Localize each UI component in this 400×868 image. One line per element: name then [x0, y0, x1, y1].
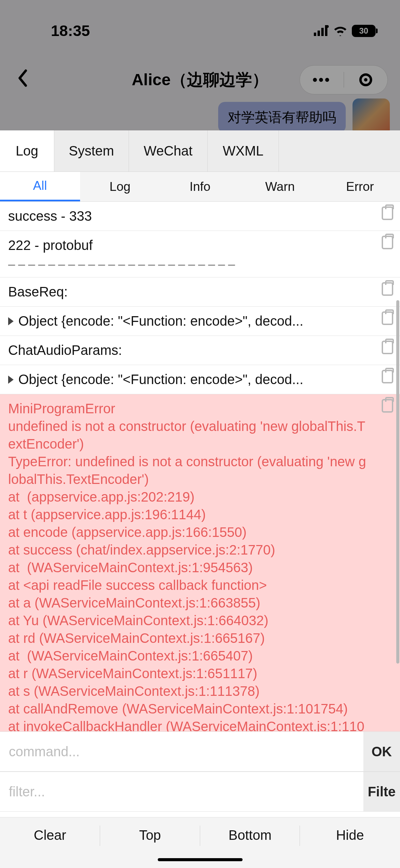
- tab-system[interactable]: System: [54, 130, 129, 171]
- copy-icon[interactable]: [382, 399, 393, 413]
- log-row[interactable]: success - 333: [0, 202, 400, 231]
- svg-point-4: [326, 25, 329, 28]
- svg-rect-2: [321, 28, 324, 36]
- vconsole-panel: LogSystemWeChatWXML AllLogInfoWarnError …: [0, 130, 400, 868]
- vconsole-tabs: LogSystemWeChatWXML: [0, 130, 400, 172]
- toolbar-hide-button[interactable]: Hide: [300, 817, 400, 868]
- expand-arrow-icon[interactable]: [8, 317, 14, 325]
- battery-icon: 30: [352, 25, 376, 37]
- scrollbar[interactable]: [396, 300, 399, 664]
- command-row: OK: [0, 731, 400, 772]
- status-time: 18:35: [51, 22, 90, 40]
- filter-input[interactable]: [0, 772, 363, 811]
- log-row[interactable]: Object {encode: "<Function: encode>", de…: [0, 307, 400, 336]
- subtab-log[interactable]: Log: [80, 172, 160, 201]
- log-row[interactable]: ChatAudioParams:: [0, 336, 400, 365]
- copy-icon[interactable]: [382, 282, 393, 296]
- log-row[interactable]: 222 - protobuf———————————————————————: [0, 231, 400, 277]
- expand-arrow-icon[interactable]: [8, 376, 14, 384]
- toolbar-clear-button[interactable]: Clear: [0, 817, 100, 868]
- chat-bubble: 对学英语有帮助吗: [218, 102, 346, 133]
- filter-row: Filte: [0, 772, 400, 812]
- tab-wxml[interactable]: WXML: [208, 130, 279, 171]
- capsule-close-button[interactable]: [344, 73, 388, 86]
- svg-rect-1: [318, 31, 320, 36]
- vconsole-subtabs: AllLogInfoWarnError: [0, 172, 400, 202]
- filter-button[interactable]: Filte: [363, 772, 400, 811]
- log-row[interactable]: MiniProgramError undefined is not a cons…: [0, 394, 400, 731]
- back-button[interactable]: [17, 68, 28, 92]
- nav-bar: Alice（边聊边学） •••: [0, 61, 400, 98]
- target-icon: [359, 73, 372, 86]
- copy-icon[interactable]: [382, 236, 393, 249]
- home-indicator: [158, 858, 243, 861]
- status-bar: 18:35 30: [0, 16, 400, 46]
- log-row[interactable]: Object {encode: "<Function: encode>", de…: [0, 365, 400, 394]
- capsule-menu-button[interactable]: •••: [300, 72, 344, 88]
- miniprogram-capsule: •••: [300, 65, 388, 94]
- subtab-warn[interactable]: Warn: [240, 172, 320, 201]
- log-list[interactable]: success - 333222 - protobuf—————————————…: [0, 202, 400, 731]
- copy-icon[interactable]: [382, 311, 393, 325]
- tab-log[interactable]: Log: [0, 130, 54, 171]
- copy-icon[interactable]: [382, 341, 393, 354]
- command-input[interactable]: [0, 732, 363, 771]
- svg-rect-0: [314, 33, 316, 36]
- cellular-icon: [314, 22, 329, 40]
- subtab-info[interactable]: Info: [160, 172, 240, 201]
- tab-wechat[interactable]: WeChat: [129, 130, 208, 171]
- tab-blank[interactable]: [279, 130, 400, 171]
- log-row[interactable]: BaseReq:: [0, 277, 400, 307]
- subtab-all[interactable]: All: [0, 172, 80, 201]
- copy-icon[interactable]: [382, 206, 393, 220]
- subtab-error[interactable]: Error: [320, 172, 400, 201]
- copy-icon[interactable]: [382, 370, 393, 383]
- wifi-icon: [334, 22, 347, 40]
- command-ok-button[interactable]: OK: [363, 732, 400, 771]
